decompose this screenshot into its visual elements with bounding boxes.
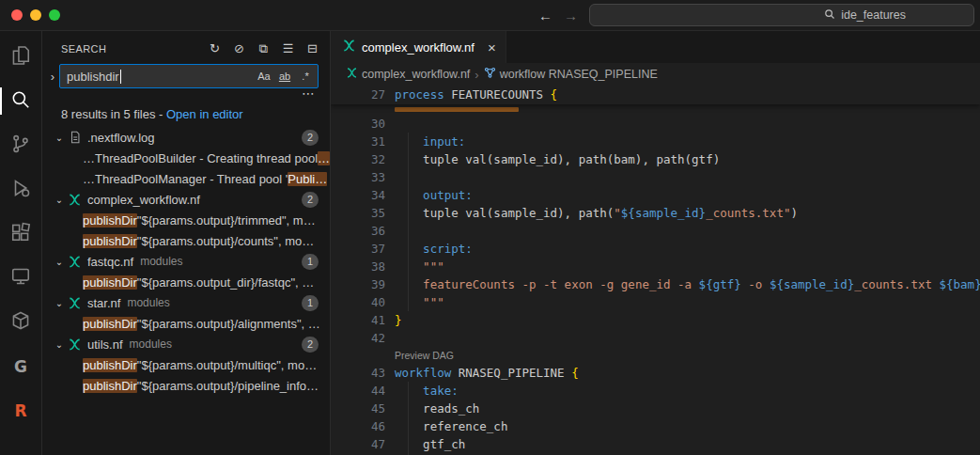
collapse-all-icon[interactable]: ⊟	[304, 40, 320, 56]
line-number: 39	[331, 275, 385, 293]
code-line[interactable]: 40 """	[331, 293, 980, 311]
back-arrow-icon[interactable]: ←	[538, 8, 552, 24]
nextflow-file-icon	[342, 39, 356, 55]
line-number: 42	[331, 329, 385, 347]
file-name: fastqc.nf	[87, 255, 133, 269]
chevron-down-icon[interactable]: ⌄	[52, 298, 67, 308]
activity-bar-item-extensions[interactable]	[0, 212, 42, 256]
line-number: 35	[331, 204, 385, 222]
code-lines: 3031 input:32 tuple val(sample_id), path…	[331, 115, 980, 455]
sticky-scroll-line[interactable]: 27process FEATURECOUNTS {	[331, 86, 980, 104]
activity-bar-item-run-debug[interactable]	[0, 167, 42, 212]
search-match-row[interactable]: …ThreadPoolManager - Thread pool 'Publi…	[42, 168, 330, 189]
search-match-row[interactable]: publishDir "${params.output_dir}/fastqc"…	[42, 272, 330, 292]
nextflow-file-icon	[67, 254, 83, 269]
titlebar: ← → ide_features	[0, 0, 980, 31]
nextflow-file-icon	[67, 295, 83, 310]
code-line[interactable]: 36	[331, 222, 980, 240]
forward-arrow-icon[interactable]: →	[564, 8, 578, 24]
line-number: 34	[331, 186, 385, 204]
file-name: .nextflow.log	[87, 131, 155, 145]
code-line[interactable]: 39 featureCounts -p -t exon -g gene_id -…	[331, 275, 980, 293]
match-count-badge: 1	[302, 295, 319, 311]
toggle-search-details-icon[interactable]: ⋯	[302, 88, 315, 102]
match-case-toggle[interactable]: Aa	[255, 67, 273, 86]
code-line[interactable]: 41}	[331, 311, 980, 329]
editor-group: complex_workflow.nf × complex_workflow.n…	[331, 31, 980, 455]
code-line[interactable]: 32 tuple val(sample_id), path(bam), path…	[331, 150, 980, 168]
code-line[interactable]: 31 input:	[331, 133, 980, 150]
tab-complex-workflow[interactable]: complex_workflow.nf ×	[331, 31, 506, 63]
code-line[interactable]: 38 """	[331, 258, 980, 275]
code-line[interactable]: 37 script:	[331, 240, 980, 258]
log-file-icon	[67, 130, 83, 145]
breadcrumb-separator: ›	[474, 68, 478, 82]
match-highlight: Publi…	[288, 172, 327, 186]
search-query-text: publishdir	[67, 70, 119, 84]
search-file-row[interactable]: ⌄fastqc.nfmodules1	[42, 251, 330, 272]
open-in-editor-link[interactable]: Open in editor	[166, 107, 243, 121]
window-controls	[0, 9, 60, 21]
activity-bar-item-explorer[interactable]	[0, 35, 42, 79]
preview-dag-codelens[interactable]: Preview DAG	[331, 347, 980, 364]
code-line[interactable]: 43workflow RNASEQ_PIPELINE {	[331, 364, 980, 382]
line-number: 36	[331, 222, 385, 240]
search-input[interactable]: publishdir Aaab.*	[59, 64, 319, 88]
search-file-row[interactable]: ⌄complex_workflow.nf2	[42, 189, 330, 210]
activity-bar-item-gitlens[interactable]: G	[0, 344, 42, 388]
search-results-tree: ⌄.nextflow.log2…ThreadPoolBuilder - Crea…	[42, 127, 330, 455]
search-match-row[interactable]: publishDir "${params.output}/multiqc", m…	[42, 354, 330, 375]
chevron-down-icon[interactable]: ⌄	[52, 257, 67, 267]
code-line[interactable]: 46 reference_ch	[331, 417, 980, 435]
close-window-button[interactable]	[11, 9, 23, 21]
new-search-editor-icon[interactable]: ⧉	[256, 40, 272, 56]
view-as-list-icon[interactable]: ☰	[280, 40, 296, 56]
results-summary: 8 results in 5 files - Open in editor	[42, 102, 330, 127]
titlebar-search-box[interactable]: ide_features	[589, 4, 974, 26]
use-regex-toggle[interactable]: .*	[296, 67, 315, 86]
code-editor[interactable]: 27process FEATURECOUNTS { 3031 input:32 …	[331, 86, 980, 455]
code-line[interactable]: 47 gtf_ch	[331, 435, 980, 453]
match-highlight: publishDir	[83, 379, 137, 393]
gitlens-icon: G	[14, 357, 27, 376]
activity-bar-item-r-lang[interactable]: R	[0, 388, 42, 432]
activity-bar-item-search[interactable]	[0, 79, 42, 123]
activity-bar-item-source-control[interactable]	[0, 123, 42, 167]
search-file-row[interactable]: ⌄.nextflow.log2	[42, 127, 330, 148]
zoom-window-button[interactable]	[49, 9, 60, 21]
breadcrumb-file[interactable]: complex_workflow.nf	[346, 67, 470, 82]
code-line[interactable]: 33	[331, 168, 980, 186]
breadcrumb-symbol[interactable]: workflow RNASEQ_PIPELINE	[484, 67, 658, 82]
code-line[interactable]: 34 output:	[331, 186, 980, 204]
whole-word-toggle[interactable]: ab	[275, 67, 294, 86]
chevron-down-icon[interactable]: ⌄	[52, 195, 67, 205]
toggle-replace-icon[interactable]: ›	[46, 70, 59, 84]
code-line[interactable]: 44 take:	[331, 382, 980, 400]
search-match-row[interactable]: publishDir "${params.output}/alignments"…	[42, 313, 330, 334]
chevron-down-icon[interactable]: ⌄	[52, 339, 67, 350]
activity-bar-item-remote-explorer[interactable]	[0, 256, 42, 300]
search-file-row[interactable]: ⌄utils.nfmodules2	[42, 334, 330, 354]
line-number: 45	[331, 400, 385, 417]
search-match-row[interactable]: publishDir "${params.output}/counts", mo…	[42, 230, 330, 251]
search-match-row[interactable]: publishDir "${params.output}/trimmed", m…	[42, 210, 330, 230]
search-match-row[interactable]: …ThreadPoolBuilder - Creating thread poo…	[42, 148, 330, 168]
line-number: 46	[331, 417, 385, 435]
code-line[interactable]: 35 tuple val(sample_id), path("${sample_…	[331, 204, 980, 222]
chevron-down-icon[interactable]: ⌄	[52, 133, 67, 143]
nextflow-file-icon	[346, 67, 358, 82]
activity-bar-item-package[interactable]	[0, 300, 42, 344]
clear-results-icon[interactable]: ⊘	[231, 40, 247, 56]
code-line[interactable]: 45 reads_ch	[331, 400, 980, 417]
search-header-actions: ↻⊘⧉☰⊟	[207, 40, 320, 56]
file-name: star.nf	[87, 296, 120, 310]
code-line[interactable]: 30	[331, 115, 980, 133]
search-match-row[interactable]: publishDir "${params.output}/pipeline_in…	[42, 375, 330, 396]
code-line[interactable]: 42	[331, 329, 980, 347]
search-file-row[interactable]: ⌄star.nfmodules1	[42, 292, 330, 313]
minimize-window-button[interactable]	[30, 9, 41, 21]
refresh-icon[interactable]: ↻	[207, 40, 223, 56]
close-tab-icon[interactable]: ×	[488, 39, 496, 55]
nextflow-file-icon	[67, 192, 83, 207]
line-number: 41	[331, 311, 385, 329]
